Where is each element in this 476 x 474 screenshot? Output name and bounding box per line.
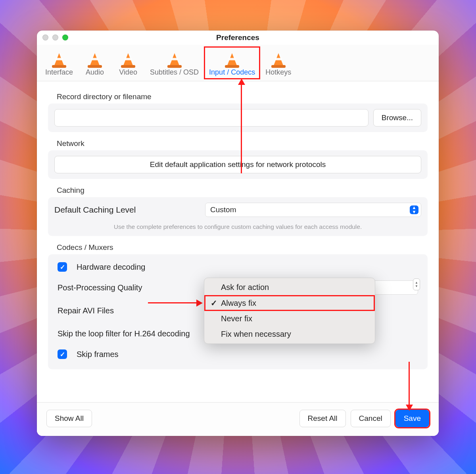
repair-avi-dropdown: Ask for action ✓ Always fix Never fix Fi…: [204, 278, 375, 344]
tab-label: Audio: [86, 68, 104, 77]
tab-subtitles-osd[interactable]: Subtitles / OSD: [145, 46, 204, 79]
cone-clapper-icon: [117, 49, 140, 67]
record-section: Record directory or filename Browse...: [48, 92, 428, 132]
preferences-content: Record directory or filename Browse... N…: [37, 81, 439, 402]
window-controls: [42, 35, 68, 40]
caching-level-select[interactable]: Custom ▲▼: [205, 203, 421, 217]
browse-button[interactable]: Browse...: [373, 109, 421, 127]
cone-cables-icon: [221, 49, 244, 67]
chevron-updown-icon: ▲▼: [410, 205, 418, 214]
cone-board-icon: [163, 49, 186, 67]
caching-section: Caching Default Caching Level Custom ▲▼ …: [48, 186, 428, 236]
skip-frames-label: Skip frames: [77, 350, 119, 359]
caching-section-title: Caching: [57, 186, 428, 195]
preferences-window: Preferences Interface Audio Video Subtit…: [37, 31, 439, 436]
tab-video[interactable]: Video: [111, 46, 145, 79]
window-title: Preferences: [216, 33, 259, 42]
option-label: Never fix: [221, 314, 252, 323]
edit-network-protocols-button[interactable]: Edit default application settings for ne…: [54, 156, 421, 173]
check-icon: ✓: [210, 298, 218, 308]
tab-label: Video: [119, 68, 137, 77]
preferences-footer: Show All Reset All Cancel Save: [37, 402, 439, 436]
cone-headphones-icon: [83, 49, 106, 67]
caching-hint: Use the complete preferences to configur…: [54, 223, 421, 230]
option-label: Always fix: [221, 299, 256, 308]
repair-avi-option-never-fix[interactable]: Never fix: [204, 311, 375, 326]
record-path-input[interactable]: [54, 109, 369, 127]
tab-hotkeys[interactable]: Hotkeys: [260, 46, 296, 79]
codecs-section-title: Codecs / Muxers: [57, 243, 428, 252]
option-label: Fix when necessary: [221, 330, 291, 339]
annotation-arrow: [409, 362, 410, 405]
tab-label: Hotkeys: [265, 68, 291, 77]
tab-label: Input / Codecs: [209, 68, 255, 77]
stepper-updown-icon: ▲▼: [413, 278, 420, 290]
show-all-button[interactable]: Show All: [46, 410, 92, 427]
tab-interface[interactable]: Interface: [40, 46, 78, 79]
hardware-decoding-label: Hardware decoding: [77, 263, 145, 272]
caching-level-value: Custom: [210, 205, 236, 214]
skip-loop-filter-label: Skip the loop filter for H.264 decoding: [58, 329, 208, 338]
cone-keys-icon: [267, 49, 290, 67]
repair-avi-option-always-fix[interactable]: ✓ Always fix: [204, 295, 375, 311]
preferences-toolbar: Interface Audio Video Subtitles / OSD In…: [37, 45, 439, 81]
save-button[interactable]: Save: [395, 410, 429, 427]
network-section-title: Network: [57, 139, 428, 148]
repair-avi-option-ask[interactable]: Ask for action: [204, 280, 375, 295]
cancel-button[interactable]: Cancel: [351, 410, 391, 427]
annotation-arrow: [241, 84, 242, 173]
skip-frames-checkbox[interactable]: ✓: [58, 349, 67, 359]
tab-label: Interface: [45, 68, 73, 77]
zoom-window-button[interactable]: [62, 35, 68, 40]
titlebar: Preferences: [37, 31, 439, 45]
tab-label: Subtitles / OSD: [150, 68, 199, 77]
network-section: Network Edit default application setting…: [48, 139, 428, 179]
option-label: Ask for action: [221, 283, 269, 292]
tab-audio[interactable]: Audio: [78, 46, 111, 79]
record-section-title: Record directory or filename: [57, 92, 428, 101]
close-window-button[interactable]: [42, 35, 48, 40]
annotation-arrow: [148, 302, 197, 303]
cone-icon: [48, 49, 71, 67]
hardware-decoding-checkbox[interactable]: ✓: [58, 262, 67, 272]
post-processing-quality-label: Post-Processing Quality: [58, 283, 208, 292]
repair-avi-label: Repair AVI Files: [58, 306, 208, 315]
caching-level-label: Default Caching Level: [54, 205, 205, 215]
tab-input-codecs[interactable]: Input / Codecs: [204, 46, 260, 79]
minimize-window-button[interactable]: [52, 35, 58, 40]
repair-avi-option-fix-when-necessary[interactable]: Fix when necessary: [204, 326, 375, 342]
reset-all-button[interactable]: Reset All: [299, 410, 346, 427]
